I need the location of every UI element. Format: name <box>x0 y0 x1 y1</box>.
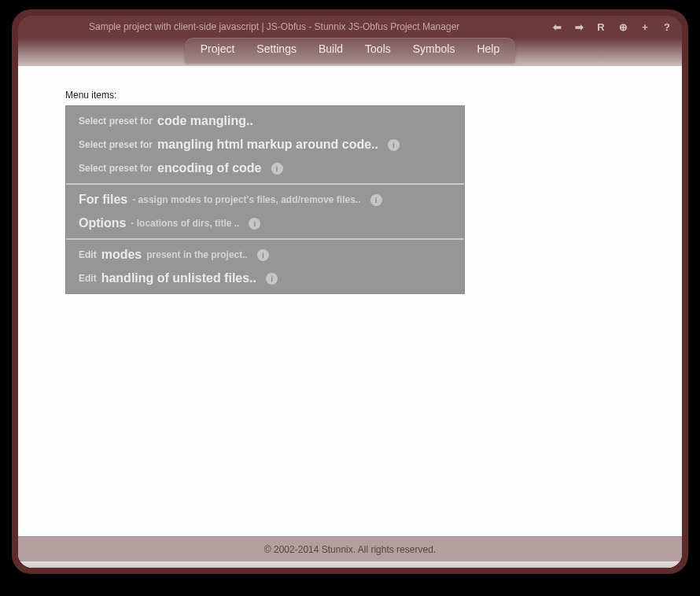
menu-group: Select preset forcode mangling..Select p… <box>66 106 464 183</box>
menu-build[interactable]: Build <box>319 42 343 55</box>
menu-panel: Select preset forcode mangling..Select p… <box>65 105 465 294</box>
row-prefix: Select preset for <box>79 114 153 128</box>
row-prefix: Edit <box>79 271 97 285</box>
menu-group: For files- assign modes to project's fil… <box>66 183 464 238</box>
menu-settings[interactable]: Settings <box>256 42 297 55</box>
menu-tools[interactable]: Tools <box>365 42 391 55</box>
menu-group: Editmodespresent in the project..iEditha… <box>66 238 464 293</box>
menu-row[interactable]: Select preset formangling html markup ar… <box>66 133 464 156</box>
title-icons: ⬅ ➡ R ⊕ + ? <box>551 21 672 33</box>
forward-icon[interactable]: ➡ <box>573 21 584 33</box>
row-main: Options <box>79 214 126 233</box>
footer-border <box>18 561 682 568</box>
window-title: Sample project with client-side javascri… <box>89 21 459 32</box>
menu-row[interactable]: Options- locations of dirs, title ..i <box>66 212 464 235</box>
back-icon[interactable]: ⬅ <box>551 21 562 33</box>
title-bar: Sample project with client-side javascri… <box>18 16 682 38</box>
row-suffix: - assign modes to project's files, add/r… <box>132 193 360 207</box>
menu-row[interactable]: Select preset forcode mangling.. <box>66 109 464 133</box>
menu-bar-wrap: Project Settings Build Tools Symbols Hel… <box>18 38 682 66</box>
info-icon[interactable]: i <box>388 139 400 151</box>
info-icon[interactable]: i <box>266 273 278 285</box>
row-main: code mangling.. <box>157 112 253 131</box>
row-suffix: - locations of dirs, title .. <box>131 216 239 230</box>
window-inner: Sample project with client-side javascri… <box>18 16 682 568</box>
info-icon[interactable]: i <box>257 249 269 261</box>
footer-text: © 2002-2014 Stunnix. All rights reserved… <box>264 544 436 555</box>
row-prefix: Select preset for <box>79 138 153 152</box>
window-frame: Sample project with client-side javascri… <box>12 9 688 574</box>
menu-project[interactable]: Project <box>201 42 235 55</box>
menu-row[interactable]: Select preset forencoding of codei <box>66 156 464 180</box>
row-prefix: Edit <box>79 248 97 262</box>
menu-row[interactable]: For files- assign modes to project's fil… <box>66 188 464 212</box>
info-icon[interactable]: i <box>370 194 382 206</box>
info-icon[interactable]: i <box>249 218 260 230</box>
row-main: handling of unlisted files.. <box>101 269 256 288</box>
zoom-icon[interactable]: ⊕ <box>617 21 628 33</box>
row-main: For files <box>79 190 127 209</box>
menu-row[interactable]: Editmodespresent in the project..i <box>66 243 464 267</box>
row-prefix: Select preset for <box>79 161 153 175</box>
menu-symbols[interactable]: Symbols <box>413 42 455 55</box>
reload-icon[interactable]: R <box>595 21 606 33</box>
menu-row[interactable]: Edithandling of unlisted files..i <box>66 267 464 290</box>
row-main: mangling html markup around code.. <box>157 135 378 154</box>
content-area: Menu items: Select preset forcode mangli… <box>18 66 682 536</box>
help-icon[interactable]: ? <box>661 21 672 33</box>
row-main: modes <box>101 245 142 264</box>
menu-bar: Project Settings Build Tools Symbols Hel… <box>185 38 515 63</box>
row-suffix: present in the project.. <box>146 248 248 262</box>
content-heading: Menu items: <box>65 90 682 101</box>
row-main: encoding of code <box>157 159 261 178</box>
footer: © 2002-2014 Stunnix. All rights reserved… <box>18 536 682 561</box>
info-icon[interactable]: i <box>271 163 283 175</box>
add-icon[interactable]: + <box>639 21 650 33</box>
menu-help[interactable]: Help <box>477 42 499 55</box>
